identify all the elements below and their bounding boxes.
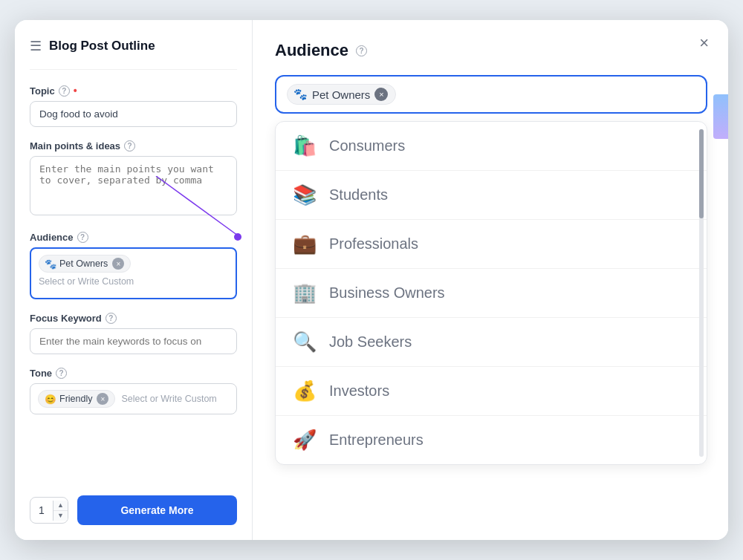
main-points-help-icon[interactable]: ?: [124, 140, 135, 152]
tone-help-icon[interactable]: ?: [56, 368, 67, 379]
tone-input[interactable]: 😊 Friendly × Select or Write Custom: [30, 383, 237, 414]
right-panel: × Audience ? 🐾 Pet Owners × 🛍️ Consumers: [253, 20, 728, 540]
tone-placeholder: Select or Write Custom: [121, 394, 216, 404]
focus-keyword-field-group: Focus Keyword ?: [30, 313, 237, 354]
focus-keyword-help-icon[interactable]: ?: [106, 313, 117, 324]
scrollbar-thumb: [699, 129, 704, 218]
topic-field-group: Topic ? •: [30, 85, 237, 127]
option-students[interactable]: 📚 Students: [276, 171, 707, 220]
spinner-buttons: ▲ ▼: [53, 501, 68, 521]
scrollbar[interactable]: [699, 129, 704, 457]
option-entrepreneurs[interactable]: 🚀 Entrepreneurs: [276, 416, 707, 464]
main-points-label: Main points & ideas ?: [30, 140, 237, 152]
focus-keyword-label: Focus Keyword ?: [30, 313, 237, 324]
option-business-owners[interactable]: 🏢 Business Owners: [276, 269, 707, 318]
option-job-seekers[interactable]: 🔍 Job Seekers: [276, 318, 707, 367]
tone-field-group: Tone ? 😊 Friendly × Select or Write Cust…: [30, 368, 237, 414]
option-investors[interactable]: 💰 Investors: [276, 367, 707, 416]
investors-label: Investors: [329, 382, 389, 400]
audience-panel-title: Audience: [275, 41, 348, 60]
job-seekers-label: Job Seekers: [329, 333, 412, 351]
students-icon: 📚: [292, 183, 317, 206]
friendly-tone-tag: 😊 Friendly ×: [38, 390, 115, 408]
students-label: Students: [329, 186, 388, 204]
outline-icon: ☰: [30, 38, 42, 54]
professionals-icon: 💼: [292, 232, 317, 255]
investors-icon: 💰: [292, 380, 317, 403]
main-points-field-group: Main points & ideas ?: [30, 140, 237, 218]
search-remove-tag[interactable]: ×: [374, 88, 388, 101]
audience-header: Audience ?: [275, 41, 707, 60]
main-points-input[interactable]: [30, 156, 237, 215]
topic-input[interactable]: [30, 101, 237, 127]
generate-more-button[interactable]: Generate More: [77, 495, 237, 525]
audience-field-group: Audience ? 🐾 Pet Owners × Select or Writ…: [30, 232, 237, 299]
pet-owners-tag: 🐾 Pet Owners ×: [39, 255, 131, 273]
close-button[interactable]: ×: [695, 33, 713, 53]
job-seekers-icon: 🔍: [292, 331, 317, 354]
entrepreneurs-label: Entrepreneurs: [329, 432, 424, 449]
audience-placeholder: Select or Write Custom: [39, 276, 228, 287]
spinner-up-button[interactable]: ▲: [53, 501, 68, 511]
focus-keyword-input[interactable]: [30, 328, 237, 354]
remove-pet-owners-tag[interactable]: ×: [112, 258, 124, 270]
count-spinner[interactable]: 1 ▲ ▼: [30, 497, 68, 524]
panel-title: Blog Post Outline: [49, 39, 155, 53]
audience-search-box[interactable]: 🐾 Pet Owners ×: [275, 75, 707, 114]
tone-label: Tone ?: [30, 368, 237, 379]
bottom-row: 1 ▲ ▼ Generate More: [30, 484, 237, 525]
audience-panel-help-icon[interactable]: ?: [356, 45, 367, 56]
option-consumers[interactable]: 🛍️ Consumers: [276, 122, 707, 171]
left-panel: ☰ Blog Post Outline Topic ? • Main point…: [15, 20, 253, 540]
audience-label: Audience ?: [30, 232, 237, 243]
professionals-label: Professionals: [329, 235, 418, 253]
option-professionals[interactable]: 💼 Professionals: [276, 220, 707, 269]
consumers-label: Consumers: [329, 137, 405, 154]
audience-help-icon[interactable]: ?: [77, 232, 88, 243]
spinner-down-button[interactable]: ▼: [53, 511, 68, 521]
audience-input[interactable]: 🐾 Pet Owners × Select or Write Custom: [30, 247, 237, 299]
required-indicator: •: [74, 85, 77, 97]
topic-label: Topic ? •: [30, 85, 237, 97]
business-owners-label: Business Owners: [329, 284, 445, 302]
paw-icon: 🐾: [45, 258, 56, 270]
audience-dropdown: 🛍️ Consumers 📚 Students 💼 Professionals …: [275, 121, 707, 465]
consumers-icon: 🛍️: [292, 134, 317, 157]
topic-help-icon[interactable]: ?: [59, 85, 70, 97]
entrepreneurs-icon: 🚀: [292, 429, 317, 452]
business-owners-icon: 🏢: [292, 281, 317, 305]
search-paw-icon: 🐾: [293, 88, 308, 101]
search-pet-owners-tag: 🐾 Pet Owners ×: [287, 84, 396, 105]
panel-header: ☰ Blog Post Outline: [30, 38, 237, 70]
side-accent: [713, 94, 728, 139]
modal: ☰ Blog Post Outline Topic ? • Main point…: [15, 20, 728, 540]
spinner-value[interactable]: 1: [30, 504, 53, 516]
audience-tags: 🐾 Pet Owners ×: [39, 255, 228, 273]
remove-friendly-tag[interactable]: ×: [97, 393, 108, 405]
